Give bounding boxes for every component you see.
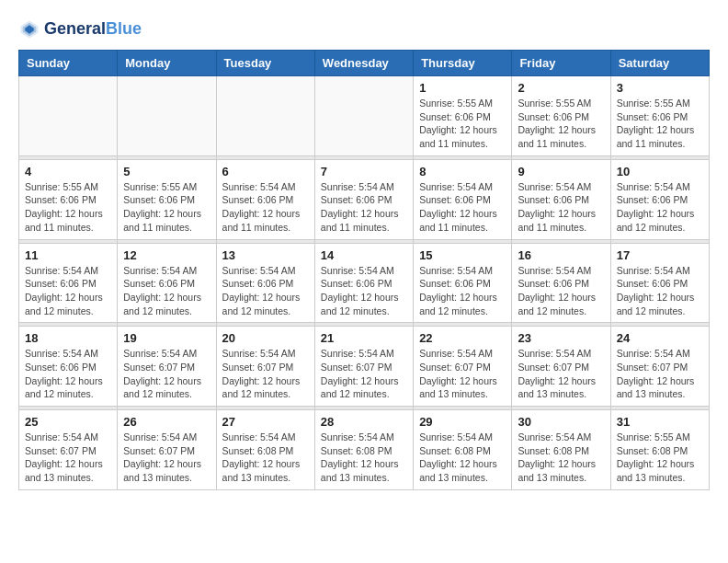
calendar-table: SundayMondayTuesdayWednesdayThursdayFrid… <box>18 50 710 490</box>
day-info: Sunrise: 5:54 AMSunset: 6:07 PMDaylight:… <box>321 347 407 401</box>
weekday-header-monday: Monday <box>118 51 216 76</box>
calendar-cell <box>314 76 413 156</box>
day-number: 2 <box>518 81 604 95</box>
day-number: 12 <box>123 248 210 262</box>
day-info: Sunrise: 5:54 AMSunset: 6:07 PMDaylight:… <box>419 347 506 401</box>
calendar-cell: 31Sunrise: 5:55 AMSunset: 6:08 PMDayligh… <box>610 410 709 490</box>
day-number: 19 <box>123 331 210 345</box>
calendar-cell: 29Sunrise: 5:54 AMSunset: 6:08 PMDayligh… <box>414 410 512 490</box>
calendar-cell: 23Sunrise: 5:54 AMSunset: 6:07 PMDayligh… <box>512 327 610 407</box>
day-number: 22 <box>419 331 506 345</box>
day-info: Sunrise: 5:55 AMSunset: 6:06 PMDaylight:… <box>25 180 111 235</box>
day-info: Sunrise: 5:54 AMSunset: 6:06 PMDaylight:… <box>518 264 604 318</box>
calendar-cell: 18Sunrise: 5:54 AMSunset: 6:06 PMDayligh… <box>19 327 118 407</box>
calendar-cell: 9Sunrise: 5:54 AMSunset: 6:06 PMDaylight… <box>512 159 610 239</box>
day-info: Sunrise: 5:54 AMSunset: 6:07 PMDaylight:… <box>617 347 703 401</box>
day-info: Sunrise: 5:55 AMSunset: 6:06 PMDaylight:… <box>123 180 210 235</box>
calendar-cell: 1Sunrise: 5:55 AMSunset: 6:06 PMDaylight… <box>414 76 512 156</box>
day-number: 28 <box>321 415 407 429</box>
calendar-cell: 14Sunrise: 5:54 AMSunset: 6:06 PMDayligh… <box>314 243 413 323</box>
calendar-cell: 26Sunrise: 5:54 AMSunset: 6:07 PMDayligh… <box>118 410 216 490</box>
calendar-cell: 5Sunrise: 5:55 AMSunset: 6:06 PMDaylight… <box>118 159 216 239</box>
calendar-cell: 11Sunrise: 5:54 AMSunset: 6:06 PMDayligh… <box>19 243 118 323</box>
day-info: Sunrise: 5:54 AMSunset: 6:07 PMDaylight:… <box>25 431 111 485</box>
calendar-cell: 13Sunrise: 5:54 AMSunset: 6:06 PMDayligh… <box>216 243 314 323</box>
day-info: Sunrise: 5:54 AMSunset: 6:06 PMDaylight:… <box>617 264 703 318</box>
day-number: 25 <box>25 415 111 429</box>
day-number: 17 <box>617 248 703 262</box>
day-info: Sunrise: 5:54 AMSunset: 6:08 PMDaylight:… <box>222 431 309 485</box>
weekday-header-sunday: Sunday <box>19 51 118 76</box>
calendar-cell: 3Sunrise: 5:55 AMSunset: 6:06 PMDaylight… <box>610 76 709 156</box>
day-number: 14 <box>321 248 407 262</box>
page-header: GeneralBlue <box>18 18 710 40</box>
day-info: Sunrise: 5:54 AMSunset: 6:07 PMDaylight:… <box>222 347 309 401</box>
day-number: 24 <box>617 331 703 345</box>
day-info: Sunrise: 5:54 AMSunset: 6:06 PMDaylight:… <box>419 264 506 318</box>
day-info: Sunrise: 5:54 AMSunset: 6:07 PMDaylight:… <box>123 431 210 485</box>
day-info: Sunrise: 5:54 AMSunset: 6:06 PMDaylight:… <box>25 264 111 318</box>
weekday-header-friday: Friday <box>512 51 610 76</box>
day-info: Sunrise: 5:54 AMSunset: 6:06 PMDaylight:… <box>321 264 407 318</box>
day-number: 9 <box>518 165 604 178</box>
calendar-week-row: 11Sunrise: 5:54 AMSunset: 6:06 PMDayligh… <box>19 243 710 323</box>
calendar-cell: 15Sunrise: 5:54 AMSunset: 6:06 PMDayligh… <box>414 243 512 323</box>
calendar-cell <box>216 76 314 156</box>
day-info: Sunrise: 5:54 AMSunset: 6:06 PMDaylight:… <box>617 180 703 235</box>
day-number: 27 <box>222 415 309 429</box>
day-number: 16 <box>518 248 604 262</box>
weekday-header-thursday: Thursday <box>414 51 512 76</box>
day-info: Sunrise: 5:55 AMSunset: 6:06 PMDaylight:… <box>419 97 506 151</box>
day-number: 30 <box>518 415 604 429</box>
calendar-cell: 12Sunrise: 5:54 AMSunset: 6:06 PMDayligh… <box>118 243 216 323</box>
day-info: Sunrise: 5:54 AMSunset: 6:07 PMDaylight:… <box>518 347 604 401</box>
weekday-header-tuesday: Tuesday <box>216 51 314 76</box>
calendar-cell: 10Sunrise: 5:54 AMSunset: 6:06 PMDayligh… <box>610 159 709 239</box>
calendar-cell: 16Sunrise: 5:54 AMSunset: 6:06 PMDayligh… <box>512 243 610 323</box>
calendar-cell: 7Sunrise: 5:54 AMSunset: 6:06 PMDaylight… <box>314 159 413 239</box>
day-number: 21 <box>321 331 407 345</box>
logo: GeneralBlue <box>18 18 142 40</box>
day-number: 8 <box>419 165 506 178</box>
calendar-week-row: 18Sunrise: 5:54 AMSunset: 6:06 PMDayligh… <box>19 327 710 407</box>
calendar-cell: 24Sunrise: 5:54 AMSunset: 6:07 PMDayligh… <box>610 327 709 407</box>
logo-icon <box>18 18 40 40</box>
day-info: Sunrise: 5:54 AMSunset: 6:06 PMDaylight:… <box>419 180 506 235</box>
day-number: 5 <box>123 165 210 178</box>
calendar-cell: 21Sunrise: 5:54 AMSunset: 6:07 PMDayligh… <box>314 327 413 407</box>
day-info: Sunrise: 5:54 AMSunset: 6:06 PMDaylight:… <box>222 264 309 318</box>
calendar-cell: 4Sunrise: 5:55 AMSunset: 6:06 PMDaylight… <box>19 159 118 239</box>
day-info: Sunrise: 5:54 AMSunset: 6:06 PMDaylight:… <box>321 180 407 235</box>
calendar-cell: 22Sunrise: 5:54 AMSunset: 6:07 PMDayligh… <box>414 327 512 407</box>
weekday-header-wednesday: Wednesday <box>314 51 413 76</box>
day-number: 6 <box>222 165 309 178</box>
calendar-cell <box>118 76 216 156</box>
day-number: 20 <box>222 331 309 345</box>
logo-text: GeneralBlue <box>44 20 142 39</box>
day-info: Sunrise: 5:54 AMSunset: 6:08 PMDaylight:… <box>518 431 604 485</box>
day-info: Sunrise: 5:54 AMSunset: 6:06 PMDaylight:… <box>25 347 111 401</box>
day-number: 31 <box>617 415 703 429</box>
calendar-cell: 6Sunrise: 5:54 AMSunset: 6:06 PMDaylight… <box>216 159 314 239</box>
day-number: 1 <box>419 81 506 95</box>
day-number: 3 <box>617 81 703 95</box>
calendar-cell: 2Sunrise: 5:55 AMSunset: 6:06 PMDaylight… <box>512 76 610 156</box>
day-info: Sunrise: 5:55 AMSunset: 6:06 PMDaylight:… <box>518 97 604 151</box>
day-number: 10 <box>617 165 703 178</box>
calendar-cell: 19Sunrise: 5:54 AMSunset: 6:07 PMDayligh… <box>118 327 216 407</box>
calendar-cell: 27Sunrise: 5:54 AMSunset: 6:08 PMDayligh… <box>216 410 314 490</box>
calendar-cell: 17Sunrise: 5:54 AMSunset: 6:06 PMDayligh… <box>610 243 709 323</box>
day-info: Sunrise: 5:54 AMSunset: 6:08 PMDaylight:… <box>321 431 407 485</box>
day-info: Sunrise: 5:54 AMSunset: 6:06 PMDaylight:… <box>123 264 210 318</box>
day-number: 29 <box>419 415 506 429</box>
day-info: Sunrise: 5:55 AMSunset: 6:06 PMDaylight:… <box>617 97 703 151</box>
calendar-week-row: 1Sunrise: 5:55 AMSunset: 6:06 PMDaylight… <box>19 76 710 156</box>
day-number: 26 <box>123 415 210 429</box>
day-number: 18 <box>25 331 111 345</box>
calendar-cell: 28Sunrise: 5:54 AMSunset: 6:08 PMDayligh… <box>314 410 413 490</box>
calendar-cell: 20Sunrise: 5:54 AMSunset: 6:07 PMDayligh… <box>216 327 314 407</box>
day-info: Sunrise: 5:54 AMSunset: 6:08 PMDaylight:… <box>419 431 506 485</box>
calendar-cell: 25Sunrise: 5:54 AMSunset: 6:07 PMDayligh… <box>19 410 118 490</box>
day-number: 13 <box>222 248 309 262</box>
calendar-cell: 30Sunrise: 5:54 AMSunset: 6:08 PMDayligh… <box>512 410 610 490</box>
